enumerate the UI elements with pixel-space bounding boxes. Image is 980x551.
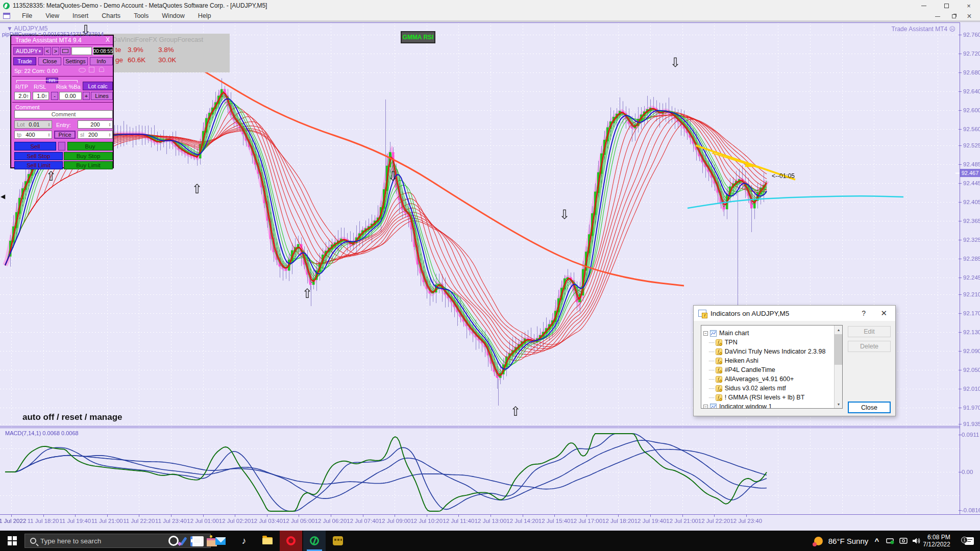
dialog-scrollbar[interactable]: ▲ ▼	[834, 325, 842, 408]
notification-center-icon[interactable]: 1	[959, 531, 980, 551]
indicators-dialog-titlebar[interactable]: Indicators on AUDJPY,M5 ? ✕	[694, 306, 895, 321]
cortana-icon[interactable]	[162, 531, 185, 551]
bell-icon[interactable]	[99, 67, 104, 72]
tree-item-indicator[interactable]: ·····fHeiken Ashi	[701, 356, 842, 365]
chart-arrow-down-icon: ⇩	[559, 207, 570, 222]
entry-input[interactable]: 200▲▼	[78, 120, 113, 129]
comment-label: Comment	[15, 104, 40, 110]
menu-view[interactable]: View	[39, 12, 66, 19]
magic-input[interactable]	[71, 47, 92, 55]
delete-button[interactable]: Delete	[848, 341, 891, 352]
chart-restore-button[interactable]	[947, 12, 961, 20]
sell-stop-button[interactable]: Sell Stop	[14, 152, 63, 160]
weather-icon[interactable]	[809, 531, 827, 551]
tab-settings[interactable]: Settings	[63, 57, 88, 65]
buy-stop-button[interactable]: Buy Stop	[64, 152, 113, 160]
risk-minus-button[interactable]: -	[51, 92, 58, 100]
tp-input[interactable]: tp400▲▼	[14, 131, 52, 139]
sell-limit-button[interactable]: Sell Limit	[14, 161, 63, 169]
price-button[interactable]: Price	[54, 131, 76, 139]
taskbar-clock[interactable]: 6:08 PM7/12/2022	[922, 531, 951, 551]
window-maximize-button[interactable]	[935, 0, 958, 11]
order-mode-toggle[interactable]	[58, 142, 65, 151]
eye-icon[interactable]	[79, 68, 86, 72]
menu-window[interactable]: Window	[155, 12, 191, 19]
forecast-value: 3.8%	[158, 46, 174, 54]
price-chart-canvas[interactable]	[0, 0, 980, 531]
folder-icon-button[interactable]	[60, 47, 70, 55]
time-tick-label: 12 Jul 06:20	[315, 518, 347, 524]
tab-info[interactable]: Info	[90, 57, 113, 65]
lot-calc-button[interactable]: Lot calc	[83, 82, 113, 90]
calendar-icon[interactable]	[89, 67, 94, 72]
chart-minimize-button[interactable]	[931, 12, 944, 20]
risk-input[interactable]: 0.00	[59, 92, 82, 100]
panel-close-button[interactable]: X	[106, 36, 110, 43]
rtp-label: R/TP	[15, 84, 28, 90]
lot-input[interactable]: Lot0.01▲▼	[14, 120, 52, 129]
buy-button[interactable]: Buy	[67, 142, 113, 151]
tab-close[interactable]: Close	[38, 57, 61, 65]
menu-bar[interactable]: FileViewInsertChartsToolsWindowHelp ×	[0, 11, 980, 21]
indicators-dialog[interactable]: Indicators on AUDJPY,M5 ? ✕ −Main chart·…	[693, 305, 896, 416]
metatrader-icon[interactable]	[303, 531, 326, 551]
window-titlebar[interactable]: 113528335: MetaQuotes-Demo - Demo Accoun…	[0, 0, 980, 11]
symbol-next-button[interactable]: >	[52, 47, 59, 55]
scroll-up-icon[interactable]: ▲	[835, 325, 843, 334]
trade-assistant-panel[interactable]: Trade Assistant MT4 9.4 X AUDJPY▼ < > 00…	[10, 35, 114, 168]
risk-plus-button[interactable]: +	[83, 92, 90, 100]
rtp-input[interactable]: 2.0▲▼	[14, 92, 31, 100]
comment-input[interactable]: Comment	[14, 110, 113, 118]
chart-close-button[interactable]: ×	[963, 12, 976, 20]
dialog-close-icon[interactable]: ✕	[880, 309, 887, 318]
tree-item-indicator[interactable]: ·····f#P4L CandleTime	[701, 365, 842, 374]
tree-item-indicator[interactable]: ·····fDaVinci Truly News Indicator 2.3.9…	[701, 347, 842, 356]
cast-icon[interactable]	[897, 531, 910, 551]
tree-item-indicator[interactable]: ·····fSidus v3.02 alerts mtf	[701, 384, 842, 393]
tree-item-indicator[interactable]: ·····f! GMMA (RSI levels + lb) BT	[701, 393, 842, 402]
opera-browser-icon[interactable]	[280, 531, 302, 551]
tree-item-indicator[interactable]: ·····fTPN	[701, 338, 842, 347]
tree-group-main-chart[interactable]: −Main chart	[701, 329, 842, 338]
mail-icon[interactable]	[209, 531, 232, 551]
tree-collapse-icon[interactable]: −	[703, 331, 708, 336]
menu-file[interactable]: File	[15, 12, 39, 19]
tab-trade[interactable]: Trade	[13, 57, 36, 65]
scroll-down-icon[interactable]: ▼	[835, 400, 843, 408]
task-view-icon[interactable]	[186, 531, 208, 551]
tree-group-indicator-window-1[interactable]: −Indicator window 1	[701, 402, 842, 409]
lines-button[interactable]: Lines	[91, 92, 113, 100]
scrollbar-thumb[interactable]	[835, 334, 843, 365]
window-minimize-button[interactable]	[913, 0, 935, 11]
edit-button[interactable]: Edit	[848, 326, 891, 337]
buy-limit-button[interactable]: Buy Limit	[64, 161, 113, 169]
tray-chevron-icon[interactable]: ^	[871, 531, 883, 551]
window-close-button[interactable]: ×	[958, 0, 980, 11]
symbol-prev-button[interactable]: <	[44, 47, 51, 55]
indicators-tree-list[interactable]: −Main chart·····fTPN·····fDaVinci Truly …	[701, 325, 843, 409]
auto-manage-label[interactable]: auto off / reset / manage	[22, 412, 122, 422]
folder-icon	[262, 537, 273, 544]
game-app-icon[interactable]	[327, 531, 349, 551]
menu-tools[interactable]: Tools	[127, 12, 155, 19]
menu-insert[interactable]: Insert	[66, 12, 95, 19]
menu-help[interactable]: Help	[191, 12, 218, 19]
menu-charts[interactable]: Charts	[95, 12, 127, 19]
tree-collapse-icon[interactable]: −	[703, 405, 708, 409]
battery-icon[interactable]	[884, 531, 896, 551]
volume-icon[interactable]	[910, 531, 923, 551]
sell-button[interactable]: Sell	[14, 142, 56, 151]
start-button[interactable]	[0, 531, 24, 551]
time-tick-label: 12 Jul 14:20	[506, 518, 538, 524]
file-explorer-icon[interactable]	[256, 531, 279, 551]
sl-input[interactable]: sl200▲▼	[78, 131, 113, 139]
windows-taskbar[interactable]: Type here to search ♪ 86°F Sunny^6:08 PM…	[0, 531, 980, 551]
close-button[interactable]: Close	[848, 402, 891, 413]
symbol-select[interactable]: AUDJPY▼	[13, 47, 43, 55]
task-view-glyph-icon	[193, 537, 201, 544]
rsl-input[interactable]: 1.0▲▼	[33, 92, 49, 100]
music-app-icon[interactable]: ♪	[233, 531, 255, 551]
tree-item-indicator[interactable]: ·····fAllAverages_v4.91 600+	[701, 374, 842, 384]
dialog-help-button[interactable]: ?	[862, 309, 866, 317]
gmma-rsi-button[interactable]: GMMA RSI	[401, 31, 435, 43]
